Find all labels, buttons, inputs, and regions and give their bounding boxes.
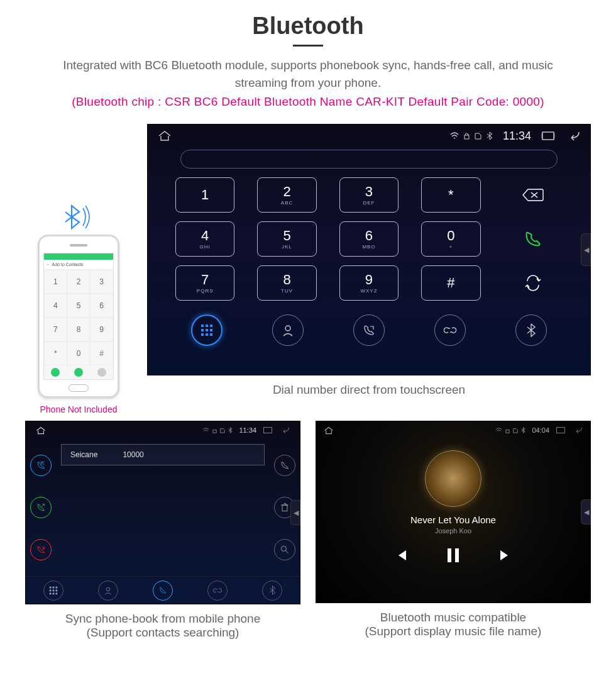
outgoing-icon[interactable] (30, 497, 52, 518)
nav-bluetooth[interactable] (262, 580, 282, 601)
svg-rect-4 (201, 325, 204, 327)
svg-rect-20 (49, 589, 51, 591)
svg-rect-18 (52, 586, 54, 588)
key-7[interactable]: 7PQRS (175, 265, 234, 301)
key-*[interactable]: * (421, 177, 480, 213)
sd-icon (475, 132, 481, 140)
recents-icon[interactable] (556, 426, 566, 434)
status-icons (495, 427, 525, 433)
back-icon[interactable] (279, 426, 290, 434)
missed-icon[interactable] (30, 539, 52, 560)
svg-rect-27 (506, 430, 509, 433)
svg-rect-30 (455, 548, 459, 562)
svg-rect-9 (210, 329, 212, 331)
key-3[interactable]: 3DEF (339, 177, 399, 213)
phone-key: 3 (90, 270, 113, 294)
key-1[interactable]: 1 (175, 177, 234, 213)
clock: 11:34 (239, 426, 256, 434)
phone-key: 8 (67, 318, 91, 342)
wifi-icon (450, 132, 459, 140)
nav-dialpad[interactable] (191, 314, 223, 346)
svg-rect-23 (49, 592, 51, 594)
home-icon[interactable] (36, 426, 46, 435)
svg-rect-24 (52, 592, 54, 594)
key-call[interactable] (503, 221, 563, 257)
dial-input[interactable] (180, 150, 558, 169)
recents-icon[interactable] (541, 131, 555, 141)
svg-rect-10 (201, 333, 204, 336)
phone-key: 1 (44, 270, 67, 294)
contact-number: 10000 (123, 450, 143, 459)
phone-key: # (90, 342, 113, 365)
slide-tab[interactable]: ◀ (290, 500, 300, 525)
home-icon[interactable] (324, 426, 334, 435)
clock: 11:34 (503, 130, 531, 143)
key-0[interactable]: 0+ (421, 221, 480, 257)
key-5[interactable]: 5JKL (257, 221, 316, 257)
svg-rect-0 (465, 135, 469, 139)
next-button[interactable] (498, 548, 513, 563)
music-caption: Bluetooth music compatible (Support disp… (316, 611, 591, 638)
key-6[interactable]: 6MBO (339, 221, 399, 257)
contact-name: Seicane (70, 450, 97, 459)
nav-call-log[interactable] (153, 580, 173, 601)
nav-dialpad[interactable] (43, 580, 63, 601)
nav-call-log[interactable] (353, 314, 385, 346)
svg-point-26 (106, 587, 110, 591)
phone-key: 5 (67, 294, 91, 318)
back-icon[interactable] (572, 426, 583, 434)
svg-rect-6 (210, 325, 212, 327)
home-icon[interactable] (158, 130, 172, 142)
key-2[interactable]: 2ABC (257, 177, 316, 213)
nav-bluetooth[interactable] (515, 314, 547, 346)
slide-tab[interactable]: ◀ (581, 233, 591, 266)
search-button[interactable] (274, 539, 295, 560)
svg-rect-21 (52, 589, 54, 591)
phonebook-caption: Sync phone-book from mobile phone (Suppo… (25, 612, 300, 640)
svg-rect-1 (542, 132, 554, 140)
nav-pair[interactable] (207, 580, 228, 601)
key-sync[interactable] (503, 265, 563, 301)
recents-icon[interactable] (263, 426, 273, 434)
key-8[interactable]: 8TUV (257, 265, 316, 301)
svg-rect-29 (448, 548, 451, 562)
smartphone-mockup: ← Add to Contacts 1 2 3 4 5 6 7 8 9 * 0 … (38, 235, 119, 398)
description: Integrated with BC6 Bluetooth module, su… (44, 57, 572, 91)
key-4[interactable]: 4GHI (175, 221, 234, 257)
backspace-icon (97, 368, 106, 377)
key-#[interactable]: # (421, 265, 480, 301)
phone-key: 4 (44, 294, 67, 318)
back-icon[interactable] (565, 131, 580, 141)
key-backspace[interactable] (503, 177, 563, 213)
nav-contacts[interactable] (98, 580, 118, 601)
svg-rect-17 (49, 586, 51, 588)
dialer-caption: Dial number direct from touchscreen (147, 383, 591, 397)
video-call-icon (51, 368, 60, 377)
call-button[interactable] (274, 455, 295, 476)
svg-rect-14 (213, 430, 216, 433)
phone-key: 7 (44, 318, 67, 342)
phone-key: 2 (67, 270, 91, 294)
prev-button[interactable] (393, 548, 409, 563)
svg-rect-11 (206, 333, 208, 336)
lock-icon (464, 132, 470, 140)
bluetooth-signal-icon (63, 203, 94, 231)
nav-pair[interactable] (434, 314, 466, 346)
phonebook-unit: 11:34 Seicane 10000 (25, 421, 300, 604)
nav-contacts[interactable] (272, 314, 304, 346)
pause-button[interactable] (446, 547, 460, 564)
slide-tab[interactable]: ◀ (581, 499, 591, 525)
incoming-icon[interactable] (30, 455, 52, 476)
page-title: Bluetooth (25, 13, 591, 40)
svg-point-16 (281, 547, 286, 552)
phone-key: 0 (67, 342, 91, 365)
phone-titlebar: ← Add to Contacts (44, 260, 113, 270)
album-art (425, 450, 481, 507)
svg-rect-5 (206, 325, 208, 327)
svg-rect-2 (541, 133, 542, 138)
svg-point-13 (285, 326, 290, 331)
key-9[interactable]: 9WXYZ (339, 265, 399, 301)
contact-row[interactable]: Seicane 10000 (61, 444, 265, 465)
svg-rect-8 (206, 329, 208, 331)
svg-rect-22 (55, 589, 57, 591)
